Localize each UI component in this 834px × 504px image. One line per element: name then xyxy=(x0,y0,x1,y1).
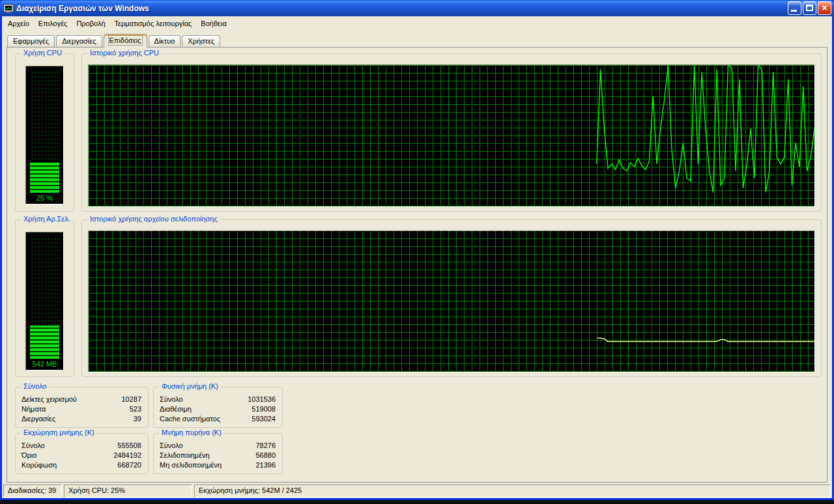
status-cpu-usage: Χρήση CPU: 25% xyxy=(64,484,192,497)
stat-row-phys-available: Διαθέσιμη519008 xyxy=(160,404,276,414)
close-button[interactable]: × xyxy=(818,1,831,15)
cpu-gauge-fill xyxy=(30,162,59,193)
menu-view[interactable]: Προβολή xyxy=(72,18,109,29)
kernel-memory-title: Μνήμη πυρήνα (K) xyxy=(159,428,224,436)
window-client-area: Αρχείο Επιλογές Προβολή Τερματισμός λειτ… xyxy=(2,16,832,498)
screen-edge xyxy=(0,500,834,504)
menu-options[interactable]: Επιλογές xyxy=(34,18,72,29)
status-commit-charge: Εκχώρηση μνήμης: 542M / 2425 xyxy=(194,484,831,497)
cpu-history-plot xyxy=(89,65,814,206)
totals-title: Σύνολο xyxy=(21,382,50,390)
physical-memory-groupbox: Φυσική μνήμη (K) Σύνολο1031536 Διαθέσιμη… xyxy=(153,387,283,428)
stat-row-commit-total: Σύνολο555508 xyxy=(22,441,141,451)
tab-strip: Εφαρμογές Διεργασίες Επιδόσεις Δίκτυο Χρ… xyxy=(7,34,222,48)
stat-row-commit-peak: Κορύφωση668720 xyxy=(22,460,141,470)
cpu-gauge-led-area xyxy=(30,70,59,193)
cpu-usage-groupbox: Χρήση CPU 25 % xyxy=(15,53,74,212)
cpu-usage-gauge: 25 % xyxy=(25,66,64,204)
cpu-history-graph xyxy=(88,64,815,207)
pf-history-plot xyxy=(89,231,814,372)
minimize-icon xyxy=(791,10,797,12)
window-controls: × xyxy=(786,1,831,15)
stat-row-handles: Δείκτες χειρισμού10287 xyxy=(22,395,141,404)
kernel-memory-groupbox: Μνήμη πυρήνα (K) Σύνολο78276 Σελιδοποιημ… xyxy=(153,433,283,474)
pf-gauge-led-area xyxy=(30,236,59,359)
minimize-button[interactable] xyxy=(788,1,801,15)
maximize-button[interactable] xyxy=(803,1,816,15)
cpu-history-groupbox: Ιστορικό χρήσης CPU xyxy=(81,53,822,212)
tab-users[interactable]: Χρήστες xyxy=(182,35,220,47)
menu-shutdown[interactable]: Τερματισμός λειτουργίας xyxy=(110,18,197,29)
titlebar[interactable]: Διαχείριση Εργασιών των Windows × xyxy=(0,0,834,16)
tab-networking[interactable]: Δίκτυο xyxy=(149,35,181,47)
stat-row-threads: Νήματα523 xyxy=(22,404,141,414)
commit-charge-groupbox: Εκχώρηση μνήμης (K) Σύνολο555508 Όριο248… xyxy=(15,433,149,474)
status-bar: Διαδικασίες: 39 Χρήση CPU: 25% Εκχώρηση … xyxy=(2,484,832,498)
status-processes: Διαδικασίες: 39 xyxy=(3,484,62,497)
menu-help[interactable]: Βοήθεια xyxy=(196,18,231,29)
menubar: Αρχείο Επιλογές Προβολή Τερματισμός λειτ… xyxy=(2,16,832,30)
stat-row-phys-cache: Cache συστήματος593024 xyxy=(160,414,276,424)
app-icon xyxy=(3,3,14,14)
window-title: Διαχείριση Εργασιών των Windows xyxy=(16,4,786,13)
tab-processes[interactable]: Διεργασίες xyxy=(56,35,102,47)
task-manager-window: Διαχείριση Εργασιών των Windows × Αρχείο… xyxy=(0,0,834,500)
stat-row-kernel-total: Σύνολο78276 xyxy=(160,441,276,451)
stat-row-processes: Διεργασίες39 xyxy=(22,414,141,424)
pf-usage-title: Χρήση Αρ.Σελ. xyxy=(21,215,73,223)
stat-row-commit-limit: Όριο2484192 xyxy=(22,451,141,460)
totals-groupbox: Σύνολο Δείκτες χειρισμού10287 Νήματα523 … xyxy=(15,387,149,428)
tab-applications[interactable]: Εφαρμογές xyxy=(7,35,55,47)
cpu-usage-title: Χρήση CPU xyxy=(21,49,65,57)
stat-row-kernel-paged: Σελιδοποιημένη56880 xyxy=(160,451,276,460)
performance-tab-page: Χρήση CPU 25 % Ιστορικό χρήσης CPU xyxy=(7,47,827,483)
pf-usage-groupbox: Χρήση Αρ.Σελ. 542 MB xyxy=(15,219,74,377)
cpu-usage-value: 25 % xyxy=(26,193,63,204)
pf-gauge-fill xyxy=(30,326,59,359)
pf-history-graph xyxy=(88,231,815,372)
maximize-icon xyxy=(806,5,813,11)
stat-row-kernel-nonpaged: Μη σελιδοποιημένη21396 xyxy=(160,460,276,470)
pf-history-groupbox: Ιστορικό χρήσης αρχείου σελιδοποίησης xyxy=(81,219,822,377)
stat-row-phys-total: Σύνολο1031536 xyxy=(160,395,276,404)
pf-usage-gauge: 542 MB xyxy=(25,232,64,371)
physical-memory-title: Φυσική μνήμη (K) xyxy=(159,382,221,390)
pf-usage-value: 542 MB xyxy=(26,359,63,370)
tab-performance[interactable]: Επιδόσεις xyxy=(104,34,147,48)
cpu-history-title: Ιστορικό χρήσης CPU xyxy=(87,49,162,57)
pf-history-title: Ιστορικό χρήσης αρχείου σελιδοποίησης xyxy=(87,215,220,223)
menu-file[interactable]: Αρχείο xyxy=(3,18,34,29)
commit-charge-title: Εκχώρηση μνήμης (K) xyxy=(21,428,97,436)
close-icon: × xyxy=(818,2,831,14)
